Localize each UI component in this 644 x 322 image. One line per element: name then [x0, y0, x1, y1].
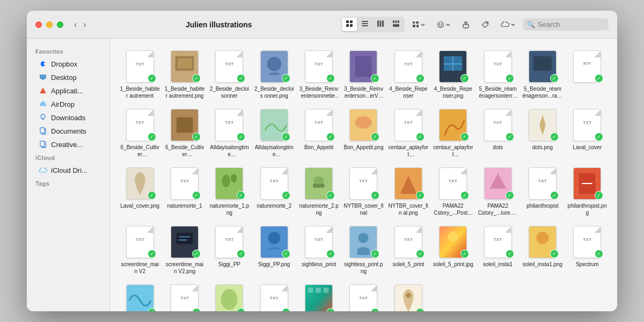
- gallery-view-button[interactable]: [389, 18, 404, 31]
- tag-button[interactable]: [477, 18, 493, 31]
- list-item[interactable]: ✓ Alldayisalongtime _julienp...final.png: [253, 106, 295, 160]
- file-icon-wrap: TXT ✓: [212, 49, 246, 84]
- list-item[interactable]: TXT ✓ Laval_cover: [566, 106, 609, 160]
- close-button[interactable]: [35, 21, 42, 28]
- list-item[interactable]: TXT ✓ soleil_5_print: [387, 223, 429, 277]
- file-name: naturemorte_2: [257, 202, 291, 209]
- file-icon-wrap: ✓: [436, 225, 470, 259]
- minimize-button[interactable]: [46, 21, 53, 28]
- file-check: ✓: [282, 191, 290, 200]
- file-name: Bon_Appetit: [304, 144, 334, 151]
- file-icon-wrap: TXT ✓: [481, 49, 515, 84]
- sidebar: Favorites Dropbox Desktop Applicati...: [27, 39, 110, 311]
- svg-point-57: [314, 177, 324, 185]
- list-item[interactable]: ✓ soleil_insta1.png: [521, 223, 564, 277]
- sidebar-item-icloud[interactable]: iCloud Dri...: [30, 164, 106, 177]
- list-item[interactable]: ✓ naturemorte_2.png: [297, 164, 340, 218]
- file-thumb: [215, 284, 243, 311]
- list-item[interactable]: TXT ✓ naturemorte_2: [253, 164, 295, 218]
- emoji-button[interactable]: [433, 18, 455, 31]
- list-item[interactable]: TXT ✓ 6_Beside_Cultiver sacommunauté V2: [119, 106, 161, 160]
- list-item[interactable]: TXT ✓ 4_Beside_Repenser: [387, 47, 429, 101]
- list-item[interactable]: TXT ✓ centaur_aplayfort helinvin...stagr…: [387, 106, 429, 160]
- file-check: ✓: [326, 250, 335, 258]
- list-item[interactable]: TXT ✓ 3_Beside_Reinventersonmetier V2: [297, 47, 340, 101]
- list-item[interactable]: ✓ 1_Beside_habiter autrement.png: [163, 47, 206, 101]
- list-item[interactable]: ✓ soleil_5_print.jpg: [432, 223, 474, 277]
- list-item[interactable]: TXT ✓ philanthropist: [521, 164, 564, 218]
- list-item[interactable]: TXT ✓ Bon_Appetit: [297, 106, 340, 160]
- list-item[interactable]: TXT ✓ 1_Beside_habiter autrement: [119, 47, 161, 101]
- svg-point-26: [41, 114, 45, 119]
- list-item[interactable]: ✓ sightless_print.png: [342, 223, 385, 277]
- group-button[interactable]: [408, 18, 429, 31]
- list-item[interactable]: TXT ✓ 5_Beside_réaménagersonterrain: [477, 47, 519, 101]
- share-button[interactable]: [458, 18, 474, 31]
- sidebar-apps-label: Applicati...: [51, 87, 83, 95]
- list-item[interactable]: ✓ 4_Beside_Repenser.png: [432, 47, 474, 101]
- list-item[interactable]: ✓ 3_Beside_Reinventerson...erV2.png: [342, 47, 385, 101]
- list-item[interactable]: TXT ✓ Alldayisalongtime _julienp...ure_f…: [208, 106, 251, 160]
- list-item[interactable]: TXT ✓ 2_Beside_decloisonner: [208, 47, 251, 101]
- list-item[interactable]: ✓ naturemorte_1.png: [208, 164, 251, 218]
- list-item[interactable]: ✓ screentime_main V2.png: [163, 223, 206, 277]
- list-item[interactable]: ✓ NYTBR_cover_fin al.png: [387, 164, 429, 218]
- list-item[interactable]: TXT ✓ naturemorte_1: [163, 164, 206, 218]
- sidebar-item-airdrop[interactable]: AirDrop: [30, 98, 106, 111]
- list-item[interactable]: TXT ✓ Siggi_PP: [208, 223, 251, 277]
- list-item[interactable]: ✓ dots.png: [521, 106, 564, 160]
- main-area: Favorites Dropbox Desktop Applicati...: [27, 39, 617, 311]
- list-item[interactable]: TXT ✓ soleil_insta1: [477, 223, 519, 277]
- file-check: ✓: [237, 133, 245, 141]
- file-check: ✓: [416, 308, 425, 311]
- file-icon-wrap: RTF ✓: [570, 49, 604, 84]
- list-item[interactable]: TXT ✓ spot_minna_1: [342, 281, 385, 311]
- list-item[interactable]: TXT ✓ NYTBR_cover_final: [342, 164, 385, 218]
- sidebar-item-applications[interactable]: Applicati...: [30, 84, 106, 97]
- list-item[interactable]: TXT ✓ dots: [477, 106, 519, 160]
- list-item[interactable]: ✓ Siggi_PP.png: [253, 223, 295, 277]
- list-item[interactable]: TXT ✓ PAMA22 Cstory_...Posture: [432, 164, 474, 218]
- file-icon-wrap: ✓: [346, 225, 380, 259]
- icon-view-button[interactable]: [342, 18, 357, 31]
- sidebar-item-documents[interactable]: Documents: [30, 125, 106, 137]
- list-item[interactable]: ✓ PAMA22 Cstory_...ture.png: [477, 164, 519, 218]
- list-item[interactable]: ✓ spectrumnews_g enome_V3.png: [297, 281, 340, 311]
- sidebar-desktop-label: Desktop: [51, 74, 77, 82]
- svg-rect-76: [308, 288, 313, 293]
- sidebar-item-desktop[interactable]: Desktop: [30, 71, 106, 84]
- list-view-button[interactable]: [357, 18, 372, 31]
- list-item[interactable]: TXT ✓ spectrum2: [163, 281, 206, 311]
- list-item[interactable]: ✓ philanthropist.png: [566, 164, 609, 218]
- list-item[interactable]: RTF ✓: [566, 47, 609, 101]
- list-item[interactable]: TXT ✓ spectrumnews_genome_V3: [253, 281, 295, 311]
- sidebar-documents-label: Documents: [51, 127, 86, 135]
- list-item[interactable]: ✓ spectrum2.png: [208, 281, 251, 311]
- list-item[interactable]: ✓ 2_Beside_declois onner.png: [253, 47, 295, 101]
- search-input[interactable]: [538, 20, 604, 28]
- list-item[interactable]: TXT ✓ screentime_main V2: [119, 223, 161, 277]
- forward-button[interactable]: ›: [81, 19, 88, 31]
- back-button[interactable]: ‹: [72, 19, 79, 31]
- list-item[interactable]: ✓ Laval_cover.png: [119, 164, 161, 218]
- list-item[interactable]: ✓ 6_Beside_Cultiver sacomm...éV2.png: [163, 106, 206, 160]
- list-item[interactable]: ✓ spot_minna_1.png: [387, 281, 429, 311]
- sidebar-item-downloads[interactable]: Downloads: [30, 111, 106, 124]
- list-item[interactable]: ✓ Spectrum.png: [119, 281, 161, 311]
- sidebar-icloud-label: iCloud Dri...: [51, 166, 87, 174]
- file-name: Siggi_PP.png: [258, 261, 290, 268]
- list-item[interactable]: TXT ✓ Spectrum: [566, 223, 609, 277]
- list-item[interactable]: TXT ✓ sightless_print: [297, 223, 340, 277]
- search-box[interactable]: 🔍: [523, 18, 609, 31]
- column-view-button[interactable]: [373, 18, 388, 31]
- file-icon-wrap: ✓: [391, 283, 426, 311]
- list-item[interactable]: ✓ Bon_Appetit.png: [342, 106, 385, 160]
- file-check: ✓: [326, 191, 335, 200]
- list-item[interactable]: ✓ 5_Beside_réaménagerson...rain.png: [521, 47, 564, 101]
- sidebar-item-creative[interactable]: Creative...: [30, 138, 106, 151]
- file-name: sightless_print.png: [343, 261, 384, 275]
- list-item[interactable]: ✓ centaur_aplayfort helinvin...ram.png: [432, 106, 474, 160]
- sidebar-item-dropbox[interactable]: Dropbox: [30, 57, 106, 70]
- icloud-button[interactable]: [496, 19, 519, 30]
- maximize-button[interactable]: [57, 21, 63, 28]
